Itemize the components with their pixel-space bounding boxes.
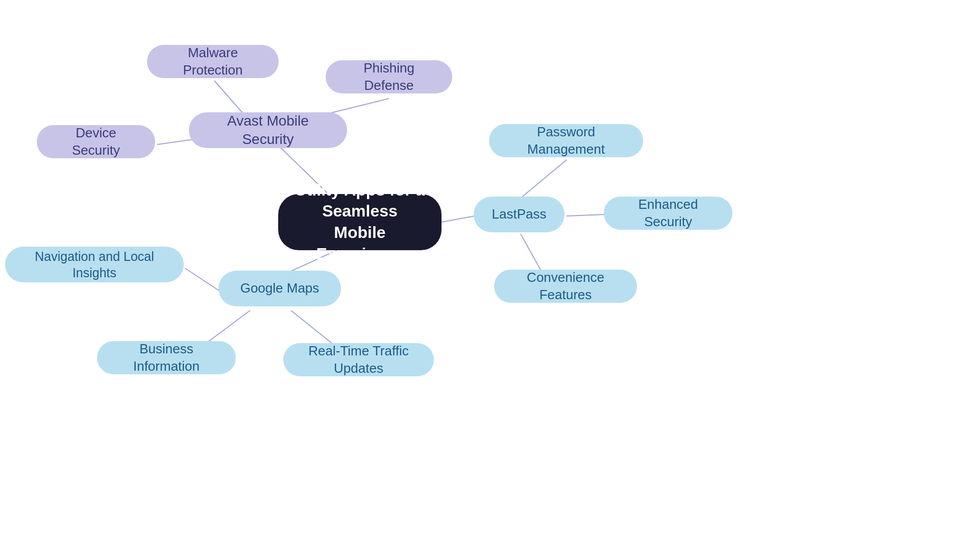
svg-line-6 [204, 310, 250, 345]
device-label: Device Security [51, 125, 141, 159]
svg-line-10 [567, 214, 605, 216]
center-node: Utility Apps for a Seamless Mobile Exper… [278, 194, 442, 250]
svg-line-11 [521, 234, 541, 271]
enhanced-node: Enhanced Security [604, 197, 732, 230]
lastpass-label: LastPass [492, 206, 547, 223]
svg-line-9 [521, 160, 567, 198]
svg-line-3 [157, 139, 193, 145]
avast-label: Avast Mobile Security [203, 112, 333, 149]
phishing-node: Phishing Defense [326, 60, 452, 93]
navigation-node: Navigation and Local Insights [5, 247, 184, 282]
malware-label: Malware Protection [161, 44, 264, 79]
password-label: Password Management [503, 124, 629, 158]
convenience-node: Convenience Features [494, 270, 637, 303]
avast-node: Avast Mobile Security [189, 112, 347, 148]
googlemaps-node: Google Maps [218, 271, 341, 306]
convenience-label: Convenience Features [508, 269, 623, 304]
business-label: Business Information [111, 341, 222, 375]
device-node: Device Security [37, 125, 155, 158]
enhanced-label: Enhanced Security [618, 196, 718, 231]
malware-node: Malware Protection [147, 45, 279, 78]
svg-line-7 [291, 310, 337, 347]
traffic-node: Real-Time Traffic Updates [283, 343, 434, 376]
business-node: Business Information [97, 341, 236, 374]
center-label: Utility Apps for a Seamless Mobile Exper… [295, 180, 425, 265]
traffic-label: Real-Time Traffic Updates [298, 343, 420, 377]
googlemaps-label: Google Maps [240, 280, 320, 297]
phishing-label: Phishing Defense [340, 60, 438, 94]
svg-line-8 [442, 216, 475, 222]
lastpass-node: LastPass [474, 197, 565, 232]
password-node: Password Management [489, 124, 643, 157]
navigation-label: Navigation and Local Insights [19, 248, 169, 281]
svg-line-5 [185, 268, 222, 293]
